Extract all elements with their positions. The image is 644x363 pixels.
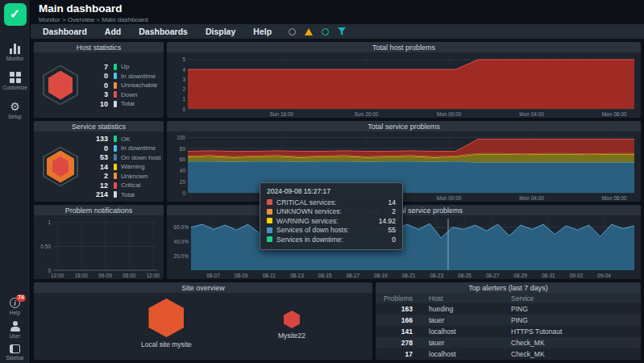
svg-text:09-04: 09-04 — [597, 273, 611, 278]
legend-color-swatch — [267, 236, 272, 242]
stat-value: 53 — [87, 153, 108, 161]
sidebar-item-help[interactable]: i 74 Help — [10, 298, 20, 315]
alerters-rows: 163 hueding PING 166 tauer PING 141 — [376, 303, 641, 360]
legend-value: 14 — [388, 198, 396, 207]
stat-row[interactable]: 0 Unreachable — [87, 81, 157, 90]
stat-row[interactable]: 0 In downtime — [87, 144, 160, 152]
stat-value: 7 — [87, 63, 108, 71]
breadcrumb[interactable]: Monitor > Overview > Main dashboard — [39, 16, 644, 23]
sidebar-item-user[interactable]: User — [10, 321, 21, 339]
stat-row[interactable]: 0 In downtime — [87, 72, 157, 81]
svg-text:80: 80 — [180, 146, 186, 152]
cell-service[interactable]: PING — [505, 316, 641, 324]
stat-label: Unknown — [121, 173, 147, 180]
cell-service[interactable]: PING — [505, 305, 641, 313]
legend-color-swatch — [267, 227, 272, 233]
menu-item[interactable]: Display — [197, 27, 244, 36]
svg-text:0: 0 — [182, 106, 185, 112]
stat-row[interactable]: 2 Unknown — [87, 172, 160, 181]
stat-label: OK — [121, 136, 131, 143]
svg-text:3: 3 — [182, 77, 185, 82]
stat-row[interactable]: 12 Critical — [87, 181, 160, 190]
sidebar-item-sidebar-toggle[interactable]: Sidebar — [6, 344, 23, 361]
sidebar-item-monitor[interactable]: Monitor — [6, 44, 24, 61]
cell-host[interactable]: hueding — [422, 305, 505, 313]
tooltip-row: UNKNOWN services: 2 — [267, 207, 396, 217]
warning-triangle-icon[interactable] — [305, 28, 313, 35]
stat-row[interactable]: 133 OK — [87, 135, 160, 144]
clock-icon[interactable] — [289, 28, 296, 35]
stat-row[interactable]: 53 On down host — [87, 153, 160, 162]
cell-problems: 278 — [376, 339, 422, 347]
legend-color-swatch — [267, 218, 272, 223]
host-problems-chart[interactable]: 012345Sun 16:00Sun 20:00Mon 00:00Mon 04:… — [167, 52, 641, 118]
svg-text:08-15: 08-15 — [318, 273, 332, 278]
sidebar-item-setup[interactable]: ⚙ Setup — [8, 101, 22, 119]
menu-item[interactable]: Dashboards — [130, 27, 197, 36]
host-statistics-panel: Host statistics 7 Up — [34, 42, 164, 118]
stat-row[interactable]: 10 Total — [87, 99, 157, 108]
site-local-mysite[interactable]: Local site mysite — [141, 298, 192, 348]
table-row[interactable]: 141 localhost HTTPS Tutonaut — [376, 326, 641, 337]
panel-title[interactable]: Percentage of total service problems — [167, 205, 641, 215]
table-row[interactable]: 278 tauer Check_MK — [376, 337, 641, 348]
table-row[interactable]: 163 hueding PING — [376, 303, 641, 315]
table-row[interactable]: 166 tauer PING — [376, 315, 641, 326]
tooltip-legend: CRITICAL services: 14 UNKNOWN services: … — [267, 198, 396, 244]
stat-label: In downtime — [121, 73, 156, 80]
stat-row[interactable]: 214 Total — [87, 190, 160, 199]
menu-item[interactable]: Help — [244, 27, 280, 36]
svg-text:40.0%: 40.0% — [174, 239, 189, 244]
stat-row[interactable]: 7 Up — [87, 62, 157, 71]
stat-label: In downtime — [121, 144, 156, 152]
cell-service[interactable]: Check_MK — [505, 339, 641, 347]
service-problems-chart[interactable]: 020406080100Sun 16:00Sun 20:00Mon 00:00M… — [167, 131, 641, 202]
svg-text:1: 1 — [48, 219, 51, 225]
svg-text:5: 5 — [182, 56, 185, 62]
stat-label: Up — [121, 63, 129, 70]
service-state-hexagon[interactable] — [43, 147, 78, 187]
top-alerters-panel: Top alerters (last 7 days) Problems Host… — [376, 282, 641, 360]
cell-service[interactable]: HTTPS Tutonaut — [505, 328, 641, 336]
percentage-chart[interactable]: 20.0%40.0%60.0%08-0708-0908-1108-1308-15… — [167, 215, 641, 279]
notifications-chart[interactable]: 00.50112:0018:0009-0906:0012:00 — [34, 215, 164, 279]
cell-host[interactable]: tauer — [422, 339, 505, 347]
tooltip-timestamp: 2024-09-08 15:27:17 — [267, 187, 396, 195]
filter-icon[interactable] — [338, 27, 346, 35]
cell-problems: 166 — [376, 316, 422, 324]
total-service-problems-panel: Total service problems 020406080100Sun 1… — [167, 121, 641, 202]
cell-service[interactable]: Check_MK — [505, 350, 641, 358]
panel-title[interactable]: Total service problems — [167, 121, 641, 131]
cell-host[interactable]: tauer — [422, 316, 505, 324]
svg-text:08-09: 08-09 — [235, 273, 248, 278]
stat-color-swatch — [114, 136, 117, 142]
sidebar-item-customize[interactable]: Customize — [2, 72, 27, 90]
changes-icon[interactable] — [322, 28, 329, 35]
checkmk-logo[interactable]: ✓ — [4, 3, 27, 26]
tooltip-row: WARNING services: 14.92 — [267, 216, 396, 226]
site-mysite22[interactable]: Mysite22 — [278, 311, 305, 340]
site-overview-body: Local site mysite Mysite22 — [34, 293, 372, 360]
panel-title[interactable]: Top alerters (last 7 days) — [376, 282, 641, 293]
menu-item[interactable]: Add — [96, 27, 130, 36]
panel-title[interactable]: Host statistics — [34, 42, 164, 52]
svg-text:09-02: 09-02 — [570, 273, 584, 278]
host-state-hexagon[interactable] — [43, 65, 78, 106]
panel-title[interactable]: Service statistics — [34, 121, 164, 131]
menu-item[interactable]: Dashboard — [34, 27, 96, 36]
stat-row[interactable]: 3 Down — [87, 90, 157, 99]
cell-host[interactable]: localhost — [422, 328, 505, 336]
service-statistics-panel: Service statistics 133 OK — [34, 121, 164, 202]
table-row[interactable]: 17 localhost Check_MK — [376, 348, 641, 360]
panel-title[interactable]: Problem notifications — [34, 205, 164, 215]
stat-color-swatch — [114, 73, 117, 79]
stat-row[interactable]: 14 Warning — [87, 162, 160, 171]
top-alerters-body: Problems Host Service 163 hueding PING — [376, 293, 641, 360]
panel-title[interactable]: Site overview — [34, 282, 372, 293]
cell-host[interactable]: localhost — [422, 350, 505, 358]
svg-text:0: 0 — [182, 190, 185, 196]
cell-problems: 141 — [376, 328, 422, 336]
panel-title[interactable]: Total host problems — [167, 42, 641, 52]
svg-text:4: 4 — [182, 67, 185, 73]
svg-text:08-07: 08-07 — [206, 273, 220, 278]
